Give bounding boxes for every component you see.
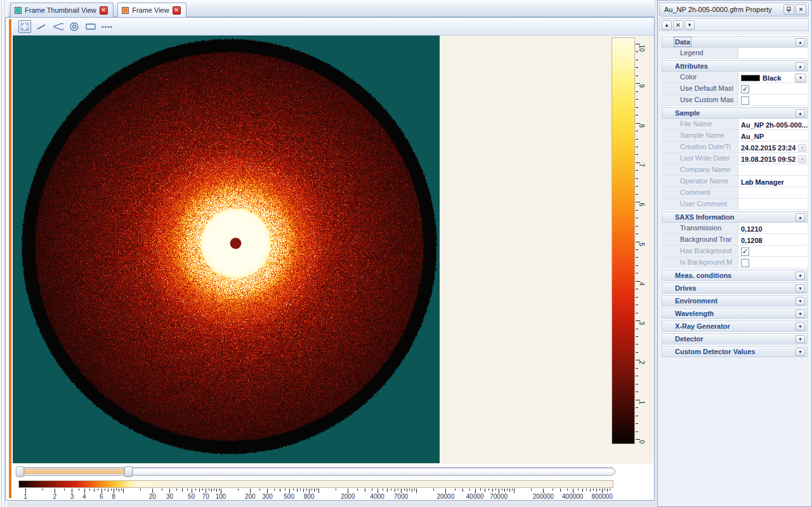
close-tab-icon[interactable]: ✕	[173, 6, 181, 15]
expand-section-icon[interactable]: ▼	[796, 272, 805, 280]
ruler-tick	[105, 489, 105, 491]
section-header-custom-detector-values[interactable]: Custom Detector Values▼	[662, 346, 808, 357]
property-panel-titlebar[interactable]: Au_NP 2h-005-0000.gfrm Property ✕	[659, 3, 809, 16]
scale-slider-min-handle[interactable]	[16, 466, 24, 477]
circle-cursor-icon[interactable]	[68, 20, 81, 33]
close-tab-icon[interactable]: ✕	[100, 6, 108, 15]
section-header-attributes[interactable]: Attributes▲	[662, 60, 808, 72]
ruler-tick-label: 20000	[436, 493, 454, 500]
property-value[interactable]	[738, 48, 808, 58]
rectangle-cursor-icon[interactable]	[84, 20, 97, 33]
ruler-tick-label: 500	[284, 493, 294, 500]
tab-frame-view[interactable]: Frame View ✕	[117, 3, 186, 17]
unchecked-checkbox[interactable]	[741, 259, 749, 267]
ruler-tick	[480, 489, 481, 491]
expand-section-icon[interactable]: ▼	[796, 322, 805, 331]
section-title: Attributes	[675, 62, 708, 70]
expand-section-icon[interactable]: ▼	[796, 284, 805, 293]
ruler-tick	[605, 489, 605, 491]
section-header-data[interactable]: Data▲	[662, 36, 808, 48]
expand-section-icon[interactable]: ▼	[796, 310, 805, 318]
section-title: Meas. conditions	[675, 272, 731, 279]
collapse-section-icon[interactable]: ▲	[796, 213, 805, 221]
intensity-colorbar	[612, 37, 635, 444]
more-tools-icon[interactable]: ••••	[101, 20, 114, 33]
ruler-tick	[311, 489, 312, 491]
calendar-dropdown-icon[interactable]: ▼	[798, 155, 806, 163]
section-header-meas-conditions[interactable]: Meas. conditions▼	[662, 270, 808, 281]
property-label: File Name	[662, 119, 738, 129]
active-frame-accent	[9, 19, 11, 498]
ruler-tick-label: 6	[100, 493, 103, 500]
cone-cursor-icon[interactable]	[51, 20, 64, 33]
fit-to-window-icon[interactable]	[18, 20, 31, 33]
property-value[interactable]: 0,1208	[738, 234, 808, 245]
section-header-saxs-information[interactable]: SAXS Information▲	[662, 211, 808, 223]
scale-slider-max-handle[interactable]	[124, 466, 133, 477]
ruler-tick	[108, 489, 108, 492]
value-text: Au_NP 2h-005-000...	[741, 121, 808, 129]
ruler-tick	[64, 489, 65, 491]
ruler-tick-label: 2000	[341, 493, 355, 500]
tab-frame-thumbnail-view[interactable]: Frame Thumbnail View ✕	[10, 3, 114, 17]
colorbar-tick	[636, 384, 638, 385]
expand-section-icon[interactable]: ▼	[796, 297, 805, 305]
scale-slider-track[interactable]	[18, 467, 615, 476]
property-value[interactable]: Black▼	[738, 72, 808, 82]
expand-section-icon[interactable]: ▼	[796, 335, 805, 343]
close-panel-icon[interactable]: ✕	[796, 4, 806, 15]
property-value: 24.02.2015 23:24▼	[738, 142, 808, 152]
ruler-tick	[504, 489, 505, 492]
section-header-x-ray-generator[interactable]: X-Ray Generator▼	[662, 320, 808, 332]
section-header-drives[interactable]: Drives▼	[662, 282, 808, 294]
section-header-sample[interactable]: Sample▲	[662, 107, 808, 119]
property-row: Use Default Masl✓	[662, 83, 808, 95]
clear-icon[interactable]: ✕	[673, 20, 683, 30]
ruler-tick	[391, 489, 391, 491]
ruler-tick	[469, 489, 470, 491]
property-value[interactable]: ✓	[738, 83, 808, 94]
dropdown-icon[interactable]: ▾	[684, 20, 695, 30]
line-cursor-icon[interactable]	[35, 20, 48, 33]
colorbar-tick	[636, 257, 638, 258]
ruler-tick-label: 800	[304, 493, 315, 500]
colorbar-tick	[636, 265, 638, 266]
checked-checkbox[interactable]: ✓	[741, 247, 749, 256]
collapse-section-icon[interactable]: ▲	[796, 62, 805, 70]
calendar-dropdown-icon[interactable]: ▼	[798, 144, 806, 152]
property-label: User Comment	[662, 199, 738, 209]
section-header-environment[interactable]: Environment▼	[662, 295, 808, 306]
property-value[interactable]	[738, 95, 808, 105]
value-text: Lab Manager	[741, 178, 784, 186]
ruler-tick	[119, 489, 119, 492]
pin-icon[interactable]	[783, 4, 794, 15]
colorbar-tick	[636, 131, 638, 131]
property-value: ✓	[738, 246, 808, 256]
section-header-detector[interactable]: Detector▼	[662, 333, 808, 345]
property-label: Operator Name	[662, 176, 738, 187]
checked-checkbox[interactable]: ✓	[741, 85, 749, 93]
collapse-section-icon[interactable]: ▲	[796, 38, 805, 46]
ruler-tick	[111, 489, 112, 491]
collapse-all-icon[interactable]: ▲	[662, 20, 672, 30]
ruler-tick	[221, 489, 221, 493]
property-row: Is Background M	[662, 257, 808, 268]
colorbar-axis: 012345678910	[636, 37, 653, 444]
expand-section-icon[interactable]: ▼	[796, 348, 805, 356]
ruler-tick	[573, 489, 573, 493]
ruler-tick	[219, 489, 219, 491]
unchecked-checkbox[interactable]	[741, 96, 749, 105]
colorbar-tick-label: 2	[638, 361, 645, 365]
detector-frame-image[interactable]	[13, 36, 440, 463]
property-value	[738, 164, 808, 175]
ruler-tick	[317, 489, 317, 491]
ruler-tick	[590, 489, 591, 492]
property-value: 19.08.2015 09:52▼	[738, 153, 808, 164]
ruler-tick	[404, 489, 405, 491]
chevron-down-icon[interactable]: ▼	[795, 74, 806, 82]
ruler-tick	[365, 489, 365, 492]
section-header-wavelength[interactable]: Wavelength▼	[662, 308, 808, 319]
collapse-section-icon[interactable]: ▲	[796, 109, 805, 117]
property-value[interactable]: 0,1210	[738, 223, 808, 234]
ruler-tick	[289, 489, 290, 493]
